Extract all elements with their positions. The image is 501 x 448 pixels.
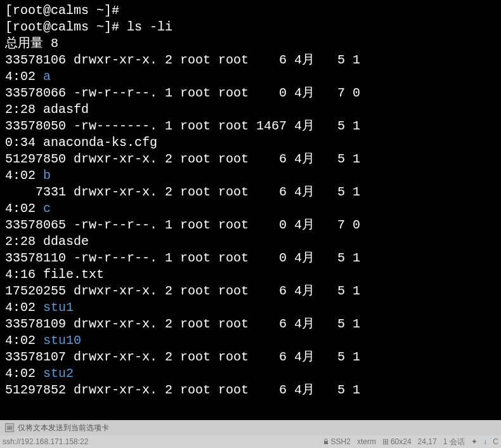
ls-line: 33578066 -rw-r--r--. 1 root root 0 4月 7 … xyxy=(5,85,496,102)
dir-name: a xyxy=(43,69,51,84)
total-line: 总用量 8 xyxy=(5,36,496,52)
ls-line: 7331 drwxr-xr-x. 2 root root 6 4月 5 1 xyxy=(5,184,496,201)
status-indicators: ✦ ↓ C xyxy=(471,437,498,446)
dir-name: stu2 xyxy=(43,366,74,381)
ls-line-cont: 4:16 file.txt xyxy=(5,267,496,283)
status-bar: ssh://192.168.171.158:22 SSH2 xterm ⊞ 60… xyxy=(0,435,501,448)
ls-line-cont: 4:02 stu10 xyxy=(5,333,496,349)
ls-line: 33578050 -rw-------. 1 root root 1467 4月… xyxy=(5,118,496,135)
ls-line-cont: 2:28 ddasde xyxy=(5,234,496,250)
ls-line: 33578106 drwxr-xr-x. 2 root root 6 4月 5 … xyxy=(5,52,496,69)
info-bar: ✉ 仅将文本发送到当前选项卡 xyxy=(0,420,501,435)
dir-name: c xyxy=(43,201,51,216)
mail-icon: ✉ xyxy=(5,423,14,432)
dir-name: stu10 xyxy=(43,333,81,348)
ls-line: 51297850 drwxr-xr-x. 2 root root 6 4月 5 … xyxy=(5,151,496,168)
dir-name: stu1 xyxy=(43,300,74,315)
ls-line-cont: 4:02 a xyxy=(5,69,496,85)
status-sessions: 1 会话 xyxy=(443,437,465,447)
download-icon: ↓ xyxy=(483,437,487,446)
status-ssh-url: ssh://192.168.171.158:22 xyxy=(3,437,88,446)
ls-line-cont: 4:02 b xyxy=(5,168,496,184)
ls-line-cont: 4:02 stu1 xyxy=(5,300,496,316)
prompt-line: [root@calms ~]# ls -li xyxy=(5,19,496,36)
ls-line-cont: 0:34 anaconda-ks.cfg xyxy=(5,135,496,151)
ls-line: 33578107 drwxr-xr-x. 2 root root 6 4月 5 … xyxy=(5,349,496,366)
ls-line-cont: 4:02 stu2 xyxy=(5,366,496,382)
watermark-text: CSDN @calm—1 xyxy=(436,425,496,434)
status-dims: ⊞ 60x24 xyxy=(382,437,412,446)
status-pos: 24,17 xyxy=(418,437,437,446)
ls-line: 17520255 drwxr-xr-x. 2 root root 6 4月 5 … xyxy=(5,283,496,300)
prompt-line: [root@calms ~]# xyxy=(5,3,496,19)
status-ssh2: SSH2 xyxy=(323,437,351,446)
ls-line: 33578065 -rw-r--r--. 1 root root 0 4月 7 … xyxy=(5,217,496,234)
svg-rect-0 xyxy=(324,441,328,444)
ls-line: 33578109 drwxr-xr-x. 2 root root 6 4月 5 … xyxy=(5,316,496,333)
lock-icon xyxy=(323,438,329,445)
terminal-output[interactable]: [root@calms ~]#[root@calms ~]# ls -li总用量… xyxy=(0,0,501,420)
dir-name: b xyxy=(43,168,51,183)
ls-line-cont: 4:02 c xyxy=(5,201,496,217)
ls-line: 51297852 drwxr-xr-x. 2 root root 6 4月 5 … xyxy=(5,382,496,399)
ls-line-cont: 2:28 adasfd xyxy=(5,102,496,118)
info-bar-text: 仅将文本发送到当前选项卡 xyxy=(18,423,109,433)
ls-line: 33578110 -rw-r--r--. 1 root root 0 4月 5 … xyxy=(5,250,496,267)
status-term: xterm xyxy=(357,437,376,446)
